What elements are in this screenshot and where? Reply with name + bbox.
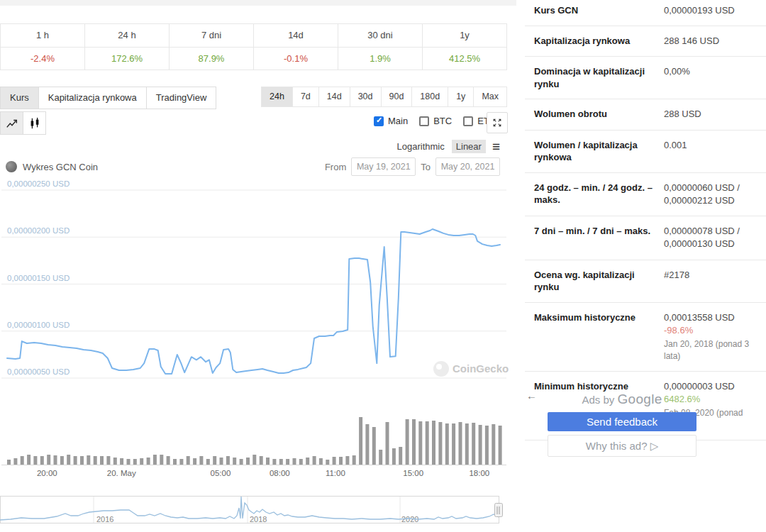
volume-bar	[233, 458, 236, 465]
from-date-input[interactable]: May 19, 2021	[351, 157, 416, 176]
tab-kapitalizacja-rynkowa[interactable]: Kapitalizacja rynkowa	[38, 87, 147, 109]
volume-bar	[326, 460, 329, 465]
expand-icon	[492, 117, 503, 128]
volume-bar	[266, 458, 270, 465]
scale-option-linear[interactable]: Linear	[452, 140, 486, 153]
scale-option-logarithmic[interactable]: Logarithmic	[393, 140, 449, 153]
perf-value: 1.9%	[338, 48, 422, 70]
range-button-90d[interactable]: 90d	[381, 87, 413, 107]
volume-bar	[399, 447, 402, 465]
volume-bar	[359, 417, 362, 465]
top-divider-strip	[0, 0, 516, 6]
chart-type-buttons	[0, 111, 45, 135]
coin-icon	[6, 161, 17, 172]
volume-bar	[153, 455, 157, 465]
tab-kurs[interactable]: Kurs	[0, 87, 39, 109]
chart-title: Wykres GCN Coin	[23, 162, 98, 172]
perf-col: 1 h-2.4%	[1, 24, 85, 70]
perf-value: 412.5%	[423, 48, 506, 70]
volume-bar	[133, 459, 137, 465]
volume-bar	[100, 456, 104, 465]
perf-col: 24 h172.6%	[85, 24, 170, 70]
perf-value: 172.6%	[85, 48, 169, 70]
send-feedback-button[interactable]: Send feedback	[548, 412, 696, 431]
stat-label: 24 godz. – min. / 24 godz. – maks.	[534, 182, 664, 207]
range-button-14d[interactable]: 14d	[318, 87, 350, 107]
candlestick-chart-type-button[interactable]	[23, 111, 46, 135]
why-this-ad-button[interactable]: Why this ad? ▷	[548, 435, 696, 457]
volume-bar	[47, 455, 50, 465]
perf-period-label: 24 h	[85, 24, 169, 48]
volume-bar	[67, 455, 70, 465]
stat-value: 288 146 USD	[664, 35, 766, 48]
line-chart-type-button[interactable]	[0, 111, 23, 135]
ad-back-arrow-icon[interactable]: ←	[526, 389, 537, 401]
volume-bar	[272, 459, 276, 465]
google-logo: Google	[617, 392, 662, 406]
range-button-max[interactable]: Max	[473, 87, 507, 107]
checkbox-main[interactable]	[374, 116, 384, 126]
stat-row: Kapitalizacja rynkowa288 146 USD	[525, 26, 766, 57]
stat-row: Ocena wg. kapitalizacji rynku#2178	[525, 260, 766, 303]
volume-bar	[306, 458, 309, 465]
chart-navigator[interactable]: 201620182020	[0, 495, 511, 532]
stat-label: Wolumen obrotu	[534, 108, 664, 121]
time-range-buttons: 24h7d14d30d90d180d1yMax	[262, 87, 507, 107]
hamburger-menu-icon[interactable]: ≡	[492, 140, 500, 153]
x-axis-label: 11:00	[326, 469, 345, 477]
tab-tradingview[interactable]: TradingView	[146, 87, 217, 109]
volume-bar	[140, 458, 143, 465]
x-axis-label: 18:00	[469, 469, 489, 477]
volume-bar	[179, 459, 183, 465]
stat-subtext: Jan 20, 2018 (ponad 3 lata)	[664, 338, 759, 362]
volume-bar	[187, 456, 190, 465]
volume-bar	[465, 423, 469, 465]
stat-row: Wolumen / kapitalizacja rynkowa0.001	[525, 131, 766, 173]
to-label: To	[421, 162, 431, 172]
stat-row: Maksimum historyczne0,00013558 USD -98.6…	[525, 303, 766, 372]
volume-bar	[432, 421, 435, 465]
range-button-180d[interactable]: 180d	[411, 87, 448, 107]
volume-bar	[120, 458, 123, 465]
stat-value: 0.001	[664, 139, 766, 164]
stat-value: 0,00013558 USD -98.6%Jan 20, 2018 (ponad…	[664, 311, 766, 362]
range-button-30d[interactable]: 30d	[350, 87, 382, 107]
volume-bar	[299, 459, 303, 465]
overlay-btc[interactable]: BTC	[419, 116, 452, 126]
stat-value: 0,00000060 USD / 0,00000212 USD	[664, 182, 766, 207]
volume-bar	[21, 456, 24, 465]
price-volume-chart[interactable]: 0,00000250 USD0,00000200 USD0,00000150 U…	[0, 179, 511, 491]
volume-bar	[286, 459, 289, 465]
volume-bar	[345, 456, 349, 465]
date-range-picker: From May 19, 2021 To May 20, 2021	[325, 157, 500, 176]
volume-bar	[406, 419, 409, 465]
range-button-24h[interactable]: 24h	[261, 87, 293, 107]
checkbox-btc[interactable]	[419, 116, 429, 126]
volume-bar	[313, 456, 316, 465]
volume-bar	[353, 455, 356, 465]
to-date-input[interactable]: May 20, 2021	[435, 157, 500, 176]
checkbox-eth[interactable]	[463, 116, 473, 126]
perf-period-label: 1 h	[1, 24, 84, 48]
y-axis-label: 0,00000200 USD	[7, 226, 70, 235]
stat-value: 0,00000193 USD	[664, 4, 766, 17]
stat-row: Dominacja w kapitalizacji rynku0,00%	[525, 57, 766, 99]
volume-bar	[386, 422, 389, 465]
performance-table: 1 h-2.4%24 h172.6%7 dni87.9%14d-0.1%30 d…	[0, 23, 507, 70]
range-button-7d[interactable]: 7d	[292, 87, 319, 107]
stat-label: Ocena wg. kapitalizacji rynku	[534, 269, 664, 294]
coingecko-watermark: CoinGecko	[433, 361, 509, 377]
range-button-1y[interactable]: 1y	[448, 87, 474, 107]
volume-bar	[492, 424, 495, 465]
stat-row: Wolumen obrotu288 USD	[525, 99, 766, 130]
watermark-label: CoinGecko	[453, 362, 509, 375]
perf-col: 1y412.5%	[423, 24, 506, 70]
fullscreen-button[interactable]	[487, 112, 508, 133]
volume-bar	[426, 421, 429, 465]
stat-value-text: 0,00000003 USD	[664, 381, 735, 392]
volume-bar	[392, 448, 396, 465]
navigator-handle[interactable]	[495, 504, 503, 517]
volume-bar	[246, 458, 250, 465]
x-axis-label: 15:00	[403, 469, 423, 477]
overlay-main[interactable]: Main	[374, 116, 408, 126]
